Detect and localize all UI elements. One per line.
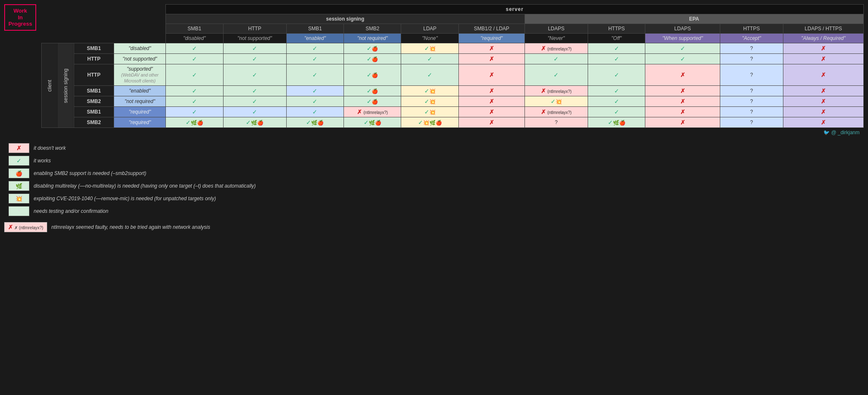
cell-2-3: ✓🍎 xyxy=(344,64,401,86)
cell-6-9: ? xyxy=(720,117,783,128)
row-smb1-enabled-proto: SMB1 xyxy=(74,86,114,96)
cell-0-2: ✓ xyxy=(286,43,343,54)
logo: Work In Progress xyxy=(4,4,36,31)
cell-3-3: ✓🍎 xyxy=(344,86,401,96)
cell-0-0: ✓ xyxy=(166,43,223,54)
cell-5-9: ? xyxy=(720,107,783,117)
cell-6-8: ✗ xyxy=(645,117,720,128)
cell-0-10: ✗ xyxy=(783,43,863,54)
cell-5-6: ✗ (ntlmrelayx?) xyxy=(525,107,588,117)
val-none: "None" xyxy=(401,34,458,43)
row-smb2-not-required-proto: SMB2 xyxy=(74,96,114,107)
cell-3-7: ✓ xyxy=(588,86,645,96)
cell-5-3: ✗ (ntlmrelayx?) xyxy=(344,107,401,117)
cell-1-0: ✓ xyxy=(166,54,223,64)
val-when-supported: "When supported" xyxy=(645,34,720,43)
cell-6-3: ✓🌿🍎 xyxy=(344,117,401,128)
val-accept: "Accept" xyxy=(720,34,783,43)
val-not-supported: "not supported" xyxy=(223,34,286,43)
cell-1-9: ? xyxy=(720,54,783,64)
cell-0-8: ✓ xyxy=(645,43,720,54)
cell-3-2: ✓ xyxy=(286,86,343,96)
cell-4-5: ✗ xyxy=(458,96,525,107)
cell-5-0: ✓ xyxy=(166,107,223,117)
col-https: HTTPS xyxy=(588,24,645,34)
row-smb1-enabled-val: "enabled" xyxy=(114,86,166,96)
cell-5-1: ✓ xyxy=(223,107,286,117)
cell-3-9: ? xyxy=(720,86,783,96)
twitter-credit: 🐦 @ _dirkjanm xyxy=(41,130,860,135)
ntlm-note-text: ntlmrelayx seemed faulty, needs to be tr… xyxy=(51,224,210,230)
col-ldap: LDAP xyxy=(401,24,458,34)
cell-5-5: ✗ xyxy=(458,107,525,117)
cell-2-2: ✓ xyxy=(286,64,343,86)
cell-4-3: ✓🍎 xyxy=(344,96,401,107)
col-ldapshttps: LDAPS / HTTPS xyxy=(783,24,863,34)
legend-item-leaf: 🌿 disabling multirelay (––no-multirelay)… xyxy=(8,181,864,191)
legend-apple-text: enabling SMB2 support is needed (–smb2su… xyxy=(34,170,146,176)
ntlm-note: ✗ ✗ (ntlmrelayx?) ntlmrelayx seemed faul… xyxy=(4,222,864,232)
row-http-not-supported-proto: HTTP xyxy=(74,54,114,64)
legend-cross-box: ✗ xyxy=(8,143,29,153)
cell-1-8: ✓ xyxy=(645,54,720,64)
row-smb1-disabled-val: "disabled" xyxy=(114,43,166,54)
cell-4-7: ✓ xyxy=(588,96,645,107)
val-not-required: "not required" xyxy=(344,34,401,43)
server-header: server xyxy=(166,5,864,14)
legend-leaf-box: 🌿 xyxy=(8,181,29,191)
legend-section: ✗ it doesn't work ✓ it works 🍎 enabling … xyxy=(8,143,864,216)
cell-2-9: ? xyxy=(720,64,783,86)
session-signing-header: session signing xyxy=(166,14,525,24)
row-http-supported-proto: HTTP xyxy=(74,64,114,86)
val-disabled: "disabled" xyxy=(166,34,223,43)
legend-item-cross: ✗ it doesn't work xyxy=(8,143,864,153)
col-https2: HTTPS xyxy=(720,24,783,34)
row-http-not-supported-val: "not supported" xyxy=(114,54,166,64)
client-label: client xyxy=(42,43,58,128)
cell-2-1: ✓ xyxy=(223,64,286,86)
legend-item-apple: 🍎 enabling SMB2 support is needed (–smb2… xyxy=(8,168,864,178)
legend-check-text: it works xyxy=(34,158,51,164)
cell-0-9: ? xyxy=(720,43,783,54)
row-http-supported-val: "supported"(WebDAV and other Microsoft c… xyxy=(114,64,166,86)
cell-1-3: ✓🍎 xyxy=(344,54,401,64)
col-smb2: SMB2 xyxy=(344,24,401,34)
cell-1-1: ✓ xyxy=(223,54,286,64)
main-content: server session signing EPA SMB1 HTTP SMB… xyxy=(41,4,864,135)
val-enabled: "enabled" xyxy=(286,34,343,43)
row-smb1-required-proto: SMB1 xyxy=(74,107,114,117)
cell-3-10: ✗ xyxy=(783,86,863,96)
cell-4-6: ✓💥 xyxy=(525,96,588,107)
cell-2-6: ✓ xyxy=(525,64,588,86)
cell-0-1: ✓ xyxy=(223,43,286,54)
col-smb1b: SMB1 xyxy=(286,24,343,34)
cell-0-4: ✓💥 xyxy=(401,43,458,54)
cell-5-4: ✓💥 xyxy=(401,107,458,117)
cell-0-7: ✓ xyxy=(588,43,645,54)
cell-3-4: ✓💥 xyxy=(401,86,458,96)
cell-6-5: ✗ xyxy=(458,117,525,128)
cell-3-0: ✓ xyxy=(166,86,223,96)
cell-6-4: ✓💥🌿🍎 xyxy=(401,117,458,128)
val-off: "Off" xyxy=(588,34,645,43)
legend-star-text: needs testing and/or confirmation xyxy=(34,208,108,214)
cell-5-7: ✓ xyxy=(588,107,645,117)
row-smb1-disabled-proto: SMB1 xyxy=(74,43,114,54)
cell-2-8: ✗ xyxy=(645,64,720,86)
cell-4-9: ? xyxy=(720,96,783,107)
val-always-required: "Always / Required" xyxy=(783,34,863,43)
row-smb2-not-required-val: "not required" xyxy=(114,96,166,107)
cell-4-2: ✓ xyxy=(286,96,343,107)
legend-item-explosion: 💥 exploiting CVE-2019-1040 (––remove-mic… xyxy=(8,194,864,204)
legend-explosion-box: 💥 xyxy=(8,194,29,204)
cell-2-10: ✗ xyxy=(783,64,863,86)
cell-2-4: ✓ xyxy=(401,64,458,86)
cell-1-5: ✗ xyxy=(458,54,525,64)
legend-leaf-text: disabling multirelay (––no-multirelay) i… xyxy=(34,183,256,189)
col-smb12ldap: SMB1/2 / LDAP xyxy=(458,24,525,34)
val-required: "required" xyxy=(458,34,525,43)
cell-1-2: ✓ xyxy=(286,54,343,64)
cell-4-0: ✓ xyxy=(166,96,223,107)
legend-item-star: * needs testing and/or confirmation xyxy=(8,206,864,216)
row-smb2-required-proto: SMB2 xyxy=(74,117,114,128)
